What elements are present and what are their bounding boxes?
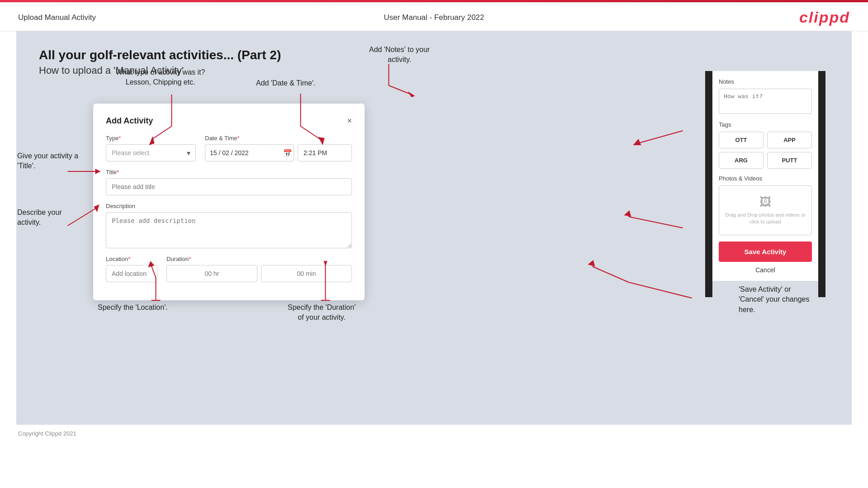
modal-header: Add Activity ×: [106, 116, 352, 126]
calendar-icon: 📅: [283, 149, 292, 157]
datetime-group: Date & Time* 📅: [205, 135, 352, 161]
upload-area[interactable]: 🖼 Drag and Drop photos and videos or cli…: [719, 185, 812, 235]
type-select-wrapper[interactable]: Please select: [106, 144, 196, 161]
type-group: Type* Please select: [106, 135, 196, 161]
title-annotation: Give your activity a'Title'.: [17, 151, 78, 171]
footer: Copyright Clippd 2021: [0, 425, 868, 442]
phone-panel: Notes Tags OTT APP ARG PUTT Photos & Vid…: [712, 71, 818, 281]
save-activity-button[interactable]: Save Activity: [719, 242, 812, 262]
duration-label: Duration*: [166, 256, 352, 262]
duration-inputs: [166, 265, 352, 282]
svg-line-24: [593, 266, 629, 282]
section-title: All your golf-relevant activities... (Pa…: [39, 47, 829, 63]
svg-line-19: [638, 131, 683, 143]
type-date-row: Type* Please select Date & Time* 📅: [106, 135, 352, 161]
tag-ott[interactable]: OTT: [719, 132, 764, 148]
document-title: User Manual - February 2022: [384, 13, 484, 22]
description-group: Description: [106, 203, 352, 248]
tag-putt[interactable]: PUTT: [767, 152, 812, 169]
location-label: Location*: [106, 256, 157, 262]
tags-section-label: Tags: [719, 121, 812, 128]
svg-marker-22: [624, 210, 631, 217]
duration-min-input[interactable]: [261, 265, 352, 282]
date-input[interactable]: [205, 144, 294, 161]
photos-section-label: Photos & Videos: [719, 175, 812, 182]
svg-line-21: [629, 217, 683, 228]
svg-marker-20: [633, 139, 641, 145]
location-duration-row: Location* Duration*: [106, 256, 352, 282]
location-input[interactable]: [106, 265, 157, 282]
description-label: Description: [106, 203, 352, 209]
location-group: Location*: [106, 256, 157, 282]
tag-app[interactable]: APP: [767, 132, 812, 148]
svg-marker-25: [588, 260, 595, 266]
notes-section-label: Notes: [719, 78, 812, 85]
upload-text: Drag and Drop photos and videos or click…: [724, 212, 807, 226]
svg-line-17: [389, 85, 412, 95]
cancel-button[interactable]: Cancel: [719, 266, 812, 274]
svg-line-23: [629, 282, 692, 298]
description-annotation: Describe youractivity.: [17, 208, 62, 228]
title-label: Title*: [106, 169, 352, 175]
notes-annotation: Add 'Notes' to youractivity.: [369, 45, 430, 65]
phone-left-border: [705, 71, 712, 297]
modal-close-button[interactable]: ×: [347, 116, 352, 126]
header: Upload Manual Activity User Manual - Feb…: [0, 2, 868, 31]
date-annotation: Add 'Date & Time'.: [256, 78, 316, 88]
add-activity-modal: Add Activity × Type* Please select Date …: [93, 104, 365, 300]
location-annotation: Specify the 'Location'.: [98, 303, 168, 313]
duration-annotation: Specify the 'Duration'of your activity.: [288, 303, 356, 323]
title-input[interactable]: [106, 178, 352, 195]
type-annotation: What type of activity was it?Lesson, Chi…: [116, 67, 205, 88]
svg-line-8: [68, 208, 97, 226]
upload-icon: 🖼: [724, 195, 807, 209]
logo: clippd: [799, 9, 850, 26]
duration-group: Duration*: [166, 256, 352, 282]
type-select[interactable]: Please select: [106, 144, 196, 161]
phone-right-border: [818, 71, 825, 297]
datetime-label: Date & Time*: [205, 135, 352, 142]
main-content: All your golf-relevant activities... (Pa…: [16, 31, 852, 425]
type-label: Type*: [106, 135, 196, 142]
description-textarea[interactable]: [106, 212, 352, 248]
notes-textarea[interactable]: [719, 89, 812, 114]
save-annotation: 'Save Activity' or'Cancel' your changesh…: [739, 284, 852, 315]
tag-arg[interactable]: ARG: [719, 152, 764, 169]
title-group: Title*: [106, 169, 352, 195]
tags-grid: OTT APP ARG PUTT: [719, 132, 812, 169]
copyright-text: Copyright Clippd 2021: [18, 430, 76, 437]
page-title: Upload Manual Activity: [18, 13, 96, 22]
duration-hr-input[interactable]: [166, 265, 257, 282]
time-input[interactable]: [298, 144, 352, 161]
modal-title: Add Activity: [106, 116, 153, 126]
datetime-row: 📅: [205, 144, 352, 161]
svg-marker-18: [408, 91, 415, 97]
